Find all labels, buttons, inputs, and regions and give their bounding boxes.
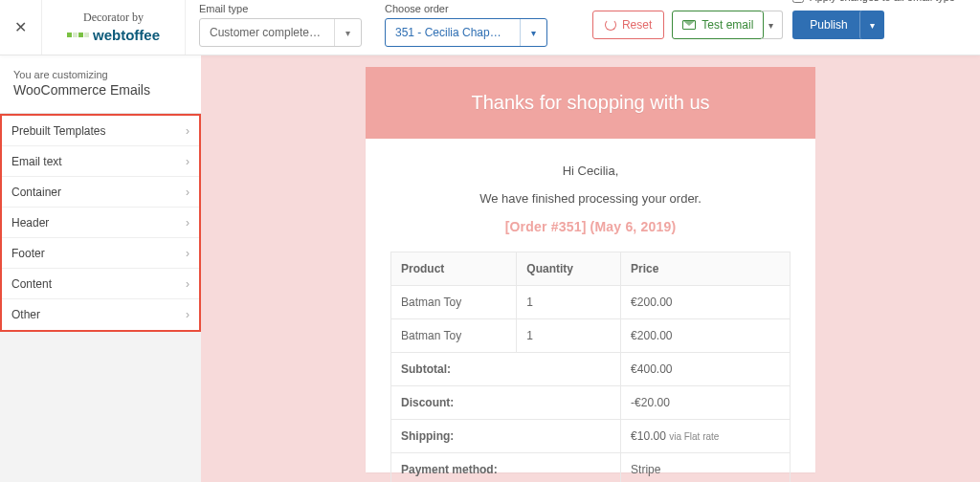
- chevron-right-icon: ›: [186, 155, 189, 168]
- total-row: Shipping: €10.00 via Flat rate: [391, 420, 791, 453]
- total-row: Discount: -€20.00: [391, 386, 791, 420]
- apply-all-checkbox-row[interactable]: Apply changes to all email type: [792, 0, 955, 3]
- table-row: Batman Toy 1 €200.00: [391, 286, 791, 319]
- email-order-ref: [Order #351] (May 6, 2019): [390, 219, 791, 234]
- logo-squares-icon: [67, 33, 89, 37]
- col-product: Product: [391, 252, 517, 286]
- publish-label: Publish: [810, 18, 847, 32]
- email-type-label: Email type: [199, 3, 362, 14]
- col-price: Price: [621, 252, 791, 286]
- sidebar-item-email-text[interactable]: Email text ›: [2, 146, 199, 177]
- email-line1: We have finished processing your order.: [390, 191, 791, 206]
- sidebar-item-prebuilt-templates[interactable]: Prebuilt Templates ›: [2, 116, 199, 146]
- chevron-down-icon: ▾: [334, 19, 361, 46]
- chevron-right-icon: ›: [186, 247, 189, 260]
- sidebar-item-label: Container: [11, 186, 61, 199]
- publish-button[interactable]: Publish: [792, 11, 864, 39]
- sidebar-item-header[interactable]: Header ›: [2, 208, 199, 238]
- total-label: Discount:: [391, 386, 621, 420]
- sidebar-subtitle: You are customizing: [13, 69, 188, 80]
- close-icon[interactable]: ✕: [14, 18, 27, 36]
- cell-price: €200.00: [621, 319, 791, 353]
- table-row: Batman Toy 1 €200.00: [391, 319, 791, 353]
- total-value: €10.00 via Flat rate: [621, 420, 791, 453]
- cell-product: Batman Toy: [391, 319, 517, 353]
- total-label: Shipping:: [391, 420, 621, 453]
- chevron-right-icon: ›: [186, 277, 189, 291]
- close-panel-area: ✕: [0, 0, 42, 55]
- choose-order-value: 351 - Cecilia Chapman: [386, 26, 520, 39]
- apply-all-checkbox[interactable]: [792, 0, 804, 3]
- choose-order-select[interactable]: 351 - Cecilia Chapman ▾: [385, 18, 547, 47]
- reset-label: Reset: [622, 18, 652, 32]
- chevron-right-icon: ›: [186, 186, 189, 199]
- total-label: Subtotal:: [391, 353, 621, 386]
- topbar-controls: Email type Customer completed or… ▾ Choo…: [186, 0, 980, 55]
- col-qty: Quantity: [517, 252, 621, 286]
- total-row: Subtotal: €400.00: [391, 353, 791, 386]
- table-header-row: Product Quantity Price: [391, 252, 791, 286]
- email-type-value: Customer completed or…: [200, 26, 334, 39]
- email-type-select[interactable]: Customer completed or… ▾: [199, 18, 362, 47]
- total-value: -€20.00: [621, 386, 791, 420]
- cell-qty: 1: [517, 319, 621, 353]
- reset-icon: [605, 19, 616, 31]
- topbar: ✕ Decorator by webtoffee Email type Cust…: [0, 0, 980, 55]
- total-row: Payment method: Stripe: [391, 453, 791, 483]
- sidebar-item-label: Header: [11, 216, 49, 230]
- email-hero: Thanks for shopping with us: [366, 67, 815, 139]
- reset-button[interactable]: Reset: [592, 11, 664, 39]
- sidebar-item-label: Footer: [11, 247, 45, 260]
- test-email-button[interactable]: Test email: [672, 11, 764, 39]
- chevron-right-icon: ›: [186, 124, 189, 138]
- sidebar-item-label: Email text: [11, 155, 62, 168]
- brand-logo: webtoffee: [46, 27, 181, 44]
- sidebar-header: You are customizing WooCommerce Emails: [0, 55, 201, 114]
- email-body: Hi Cecilia, We have finished processing …: [366, 139, 815, 482]
- total-value: €400.00: [621, 353, 791, 386]
- cell-product: Batman Toy: [391, 286, 517, 319]
- chevron-down-icon: ▾: [520, 19, 546, 46]
- sidebar-item-container[interactable]: Container ›: [2, 177, 199, 208]
- sidebar-list: Prebuilt Templates › Email text › Contai…: [0, 114, 201, 332]
- brand-logo-text: webtoffee: [93, 27, 160, 44]
- sidebar-title: WooCommerce Emails: [13, 82, 188, 98]
- sidebar-item-label: Content: [11, 277, 52, 291]
- cell-qty: 1: [517, 286, 621, 319]
- cell-price: €200.00: [621, 286, 791, 319]
- total-value: Stripe: [621, 453, 791, 483]
- mail-icon: [682, 20, 696, 30]
- publish-caret[interactable]: ▾: [859, 11, 884, 39]
- customizer-sidebar: You are customizing WooCommerce Emails P…: [0, 55, 201, 482]
- sidebar-item-content[interactable]: Content ›: [2, 269, 199, 299]
- test-email-caret[interactable]: ▾: [760, 11, 783, 39]
- choose-order-label: Choose order: [385, 3, 547, 14]
- chevron-right-icon: ›: [186, 308, 189, 321]
- chevron-right-icon: ›: [186, 216, 189, 230]
- brand-block: Decorator by webtoffee: [42, 0, 186, 55]
- sidebar-item-label: Prebuilt Templates: [11, 124, 106, 138]
- order-table: Product Quantity Price Batman Toy 1 €200…: [390, 252, 791, 482]
- sidebar-item-footer[interactable]: Footer ›: [2, 238, 199, 269]
- apply-all-label: Apply changes to all email type: [810, 0, 955, 3]
- email-preview-area: Thanks for shopping with us Hi Cecilia, …: [201, 55, 980, 482]
- email-greeting: Hi Cecilia,: [390, 164, 791, 178]
- brand-decorator-by: Decorator by: [46, 11, 181, 24]
- sidebar-item-other[interactable]: Other ›: [2, 299, 199, 330]
- total-label: Payment method:: [391, 453, 621, 483]
- email-card: Thanks for shopping with us Hi Cecilia, …: [366, 67, 815, 472]
- sidebar-item-label: Other: [11, 308, 40, 321]
- test-email-label: Test email: [702, 18, 753, 32]
